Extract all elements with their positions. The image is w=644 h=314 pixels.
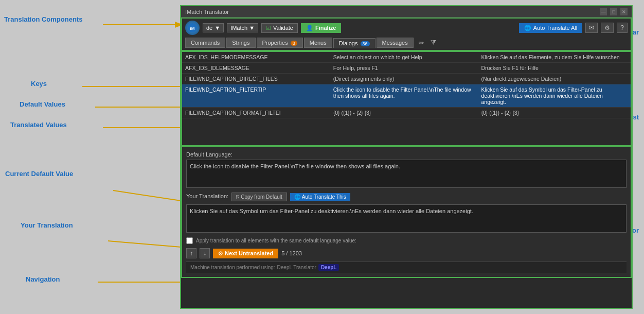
- default-cell: Select an object on which to get Help: [330, 52, 478, 63]
- default-cell: For Help, press F1: [330, 63, 478, 74]
- annotation-arrows: [0, 0, 185, 314]
- navigation-row: ↑ ↓ ⊙ Next Untranslated 5 / 1203: [186, 248, 627, 258]
- trans-cell: Drücken Sie F1 für Hilfe: [478, 63, 631, 74]
- circle-dot-icon: ⊙: [218, 250, 223, 257]
- prev-button[interactable]: ↑: [186, 248, 196, 258]
- svg-line-9: [108, 241, 181, 247]
- annotation-translated-values: Translated Values: [10, 121, 67, 129]
- tab-menus[interactable]: Menus: [304, 38, 332, 48]
- apply-all-label: Apply translation to all elements with t…: [196, 238, 356, 243]
- auto-translate-all-label: Auto Translate All: [533, 25, 578, 31]
- app-logo: iM: [185, 21, 200, 35]
- chevron-down-icon: ▼: [214, 25, 220, 31]
- app-window: IMatch Translator — □ ✕ iM de ▼ IMatch ▼: [180, 5, 633, 309]
- validate-label: Validate: [273, 25, 293, 31]
- menu-bar-section: iM de ▼ IMatch ▼ ☑ Validate 👤 Finalize 🌐: [181, 18, 632, 51]
- dialogs-badge: 36: [361, 41, 370, 46]
- imatch-label: IMatch: [230, 25, 247, 31]
- annotation-translation-components: Translation Components: [4, 15, 82, 23]
- key-cell-selected: FILEWND_CAPTION_FILTERTIP: [182, 84, 330, 108]
- deepl-label: DeepL Translator: [277, 265, 316, 270]
- svg-line-7: [113, 190, 181, 201]
- finalize-label: Finalize: [315, 25, 336, 31]
- email-button[interactable]: ✉: [585, 23, 598, 33]
- tab-messages[interactable]: Messages: [377, 38, 414, 48]
- default-language-label: Default Language:: [186, 151, 627, 158]
- tab-commands[interactable]: Commands: [185, 38, 225, 48]
- auto-translate-this-button[interactable]: 🌐 Auto Translate This: [290, 193, 350, 201]
- editor-section: Default Language: Click the icon to disa…: [181, 146, 632, 278]
- filter-icon-button[interactable]: ⧩: [430, 38, 437, 48]
- validate-check-icon: ☑: [266, 25, 271, 31]
- tab-properties[interactable]: Properties 8: [257, 38, 303, 48]
- finalize-button[interactable]: 👤 Finalize: [301, 23, 341, 33]
- language-code: de: [206, 25, 212, 31]
- title-bar-text: IMatch Translator: [185, 9, 229, 15]
- globe-icon: 🌐: [524, 25, 531, 31]
- your-translation-label: Your Translation:: [186, 193, 228, 199]
- table-row[interactable]: AFX_IDS_HELPMODEMESSAGE Select an object…: [182, 52, 631, 63]
- globe-icon-small: 🌐: [294, 194, 300, 200]
- default-cell-selected: Click the icon to disable the Filter Pan…: [330, 84, 478, 108]
- copy-from-default-label: Copy from Default: [241, 194, 282, 200]
- counter-text: 5 / 1203: [281, 250, 302, 256]
- key-cell: FILEWND_CAPTION_FORMAT_FILTEI: [182, 108, 330, 118]
- trans-cell-selected: Klicken Sie auf das Symbol um das Filter…: [478, 84, 631, 108]
- person-icon: 👤: [306, 25, 313, 31]
- annotation-area: Translation Components Keys Default Valu…: [0, 0, 175, 314]
- auto-translate-this-label: Auto Translate This: [302, 194, 346, 200]
- title-bar-controls: — □ ✕: [600, 8, 628, 15]
- default-cell: {0} ({1}) - {2} {3}: [330, 108, 478, 118]
- copy-from-default-button[interactable]: ⎘ Copy from Default: [231, 193, 287, 201]
- translation-row-header: Your Translation: ⎘ Copy from Default 🌐 …: [186, 193, 627, 201]
- apply-translation-row: Apply translation to all elements with t…: [186, 237, 627, 244]
- maximize-button[interactable]: □: [610, 8, 617, 15]
- resource-list-section: AFX_IDS_HELPMODEMESSAGE Select an object…: [181, 51, 632, 146]
- key-cell: AFX_IDS_HELPMODEMESSAGE: [182, 52, 330, 63]
- svg-text:iM: iM: [190, 26, 195, 31]
- next-untranslated-button[interactable]: ⊙ Next Untranslated: [213, 249, 278, 258]
- annotation-navigation: Navigation: [26, 275, 60, 283]
- next-untranslated-label: Next Untranslated: [225, 250, 273, 256]
- annotation-current-default-value: Current Default Value: [5, 170, 73, 178]
- table-row[interactable]: AFX_IDS_IDLEMESSAGE For Help, press F1 D…: [182, 63, 631, 74]
- menu-bar-row1: iM de ▼ IMatch ▼ ☑ Validate 👤 Finalize 🌐: [185, 21, 628, 35]
- annotation-your-translation: Your Translation: [21, 221, 73, 229]
- apply-all-checkbox[interactable]: [186, 237, 193, 244]
- close-button[interactable]: ✕: [620, 8, 628, 15]
- properties-badge: 8: [291, 41, 297, 46]
- tab-dialogs[interactable]: Dialogs 36: [333, 38, 375, 48]
- key-cell: AFX_IDS_IDLEMESSAGE: [182, 63, 330, 74]
- resource-table: AFX_IDS_HELPMODEMESSAGE Select an object…: [182, 52, 631, 118]
- menu-bar-row2: Commands Strings Properties 8 Menus Dial…: [185, 38, 628, 48]
- machine-translation-label: Machine translation performed using:: [190, 265, 275, 270]
- validate-button[interactable]: ☑ Validate: [261, 23, 298, 33]
- language-selector[interactable]: de ▼: [203, 23, 224, 32]
- key-cell: FILEWND_CAPTION_DIRECT_FILES: [182, 74, 330, 84]
- annotation-default-values: Default Values: [20, 100, 65, 108]
- imatch-button[interactable]: IMatch ▼: [227, 23, 258, 32]
- annotation-keys: Keys: [31, 80, 47, 88]
- trans-cell: (Nur direkt zugewiesene Dateien): [478, 74, 631, 84]
- deepl-badge: DeepL: [318, 264, 339, 271]
- table-row[interactable]: FILEWND_CAPTION_FORMAT_FILTEI {0} ({1}) …: [182, 108, 631, 118]
- settings-button[interactable]: ⚙: [601, 23, 614, 33]
- default-cell: (Direct assignments only): [330, 74, 478, 84]
- trans-cell: Klicken Sie auf das Elemente, zu dem Sie…: [478, 52, 631, 63]
- trans-cell: {0} ({1}) - {2} {3}: [478, 108, 631, 118]
- tab-strings[interactable]: Strings: [226, 38, 255, 48]
- next-button[interactable]: ↓: [200, 248, 210, 258]
- table-row[interactable]: FILEWND_CAPTION_DIRECT_FILES (Direct ass…: [182, 74, 631, 84]
- translation-textbox[interactable]: Klicken Sie auf das Symbol um das Filter…: [186, 204, 627, 233]
- minimize-button[interactable]: —: [600, 8, 607, 15]
- help-button[interactable]: ?: [617, 23, 628, 33]
- title-bar: IMatch Translator — □ ✕: [181, 6, 632, 18]
- chevron-down-icon-imatch: ▼: [249, 25, 255, 31]
- table-row-selected[interactable]: FILEWND_CAPTION_FILTERTIP Click the icon…: [182, 84, 631, 108]
- default-value-textbox[interactable]: Click the icon to disable the Filter Pan…: [186, 160, 627, 188]
- auto-translate-all-button[interactable]: 🌐 Auto Translate All: [519, 23, 583, 33]
- edit-icon-button[interactable]: ✏: [418, 38, 425, 48]
- machine-translation-bar: Machine translation performed using: Dee…: [186, 261, 627, 273]
- copy-icon: ⎘: [236, 194, 239, 200]
